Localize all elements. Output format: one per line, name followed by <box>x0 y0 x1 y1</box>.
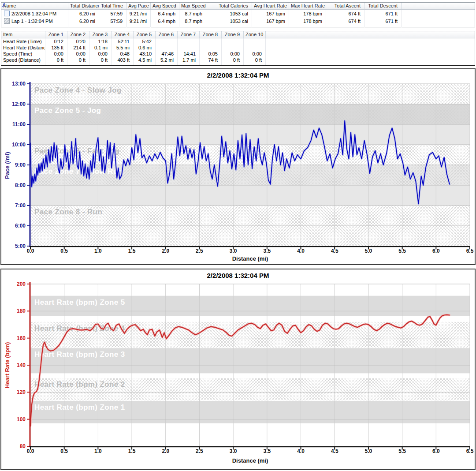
table-cell: 0 ft <box>45 57 67 63</box>
heart-rate-chart-plot[interactable]: Heart Rate (bpm) Zone 5Heart Rate (bpm) … <box>1 269 475 469</box>
x-tick-label: 4.0 <box>297 448 305 454</box>
table-cell-empty <box>289 25 326 27</box>
table-cell: 0 ft <box>67 57 89 63</box>
table-cell-filler <box>266 38 475 45</box>
table-cell: 57:59 <box>99 17 126 25</box>
column-header[interactable]: Total Time <box>99 3 126 9</box>
x-tick-label: 2.0 <box>162 448 169 454</box>
column-header[interactable]: Name <box>1 3 68 9</box>
x-axis-line <box>30 246 470 247</box>
table-cell <box>200 45 222 51</box>
table-cell: 671 ft <box>364 10 402 17</box>
zone-label: Heart Rate (bpm) Zone 2 <box>34 380 125 389</box>
x-tick-label: 6.0 <box>432 448 440 454</box>
table-row[interactable]: Lap 1 - 1:32:04 PM6.20 mi57:599:21 /mi6.… <box>1 17 475 25</box>
table-cell-empty <box>326 25 364 27</box>
table-filler-row <box>1 63 475 65</box>
x-tick-label: 2.5 <box>196 448 203 454</box>
column-header[interactable]: Avg Speed <box>151 3 179 9</box>
x-tick-label: 0.5 <box>60 448 68 454</box>
column-header[interactable]: Item <box>1 31 45 38</box>
column-header[interactable]: Zone 10 <box>244 31 266 38</box>
column-header[interactable]: Total Calories <box>206 3 252 9</box>
table-cell: 1:18 <box>89 38 112 45</box>
table-cell-empty <box>134 63 156 65</box>
table-cell: 5.5 mi <box>112 45 134 51</box>
y-axis-line <box>30 82 31 246</box>
zone-label: Heart Rate (bpm) Zone 3 <box>34 350 125 359</box>
activity-summary-table: NameTotal DistanceTotal TimeAvg PaceAvg … <box>1 2 475 27</box>
column-header[interactable]: Zone 9 <box>222 31 244 38</box>
table-cell: 4.5 mi <box>134 57 156 63</box>
table-row[interactable]: 2/2/2008 1:32:04 PM6.20 mi57:599:21 /mi6… <box>1 10 475 17</box>
y-tick-label: 9:00 <box>15 162 26 168</box>
x-tick-label: 2.5 <box>196 248 203 254</box>
y-tick-label: 13:00 <box>12 81 26 87</box>
table-cell: 6.4 mph <box>151 17 179 25</box>
x-tick-label: 5.0 <box>365 248 372 254</box>
y-tick-label: 200 <box>17 281 26 287</box>
table-cell-empty <box>200 63 222 65</box>
heart-rate-x-axis-title: Distance (mi) <box>30 457 470 464</box>
table-cell: 57:59 <box>99 10 126 17</box>
column-header[interactable]: Total Descent <box>364 3 402 9</box>
table-cell-empty <box>151 25 179 27</box>
column-header[interactable]: Total Ascent <box>326 3 364 9</box>
table-cell <box>222 38 244 45</box>
table-cell: 52:11 <box>112 38 134 45</box>
table-cell: 0:00 <box>89 51 112 57</box>
table-cell-filler <box>266 57 475 63</box>
column-header[interactable]: Total Distance <box>68 3 99 9</box>
table-row[interactable]: Speed (Time)0:000:000:000:4843:1047:4614… <box>1 51 475 57</box>
table-cell: 0:00 <box>222 51 244 57</box>
x-tick-label: 3.0 <box>230 248 237 254</box>
table-row[interactable]: Speed (Distance)0 ft0 ft0 ft403 ft4.5 mi… <box>1 57 475 63</box>
table-cell <box>244 45 266 51</box>
row-label: 2/2/2008 1:32:04 PM <box>11 11 56 16</box>
table-row[interactable]: Heart Rate (Time)0:120:201:1852:115:42 <box>1 38 475 45</box>
x-tick-label: 3.5 <box>264 448 271 454</box>
table-cell: 2/2/2008 1:32:04 PM <box>1 10 68 17</box>
table-cell: 43:10 <box>134 51 156 57</box>
table-cell: Lap 1 - 1:32:04 PM <box>1 17 68 25</box>
table-cell: Speed (Distance) <box>1 57 45 63</box>
column-header[interactable]: Avg Pace <box>126 3 151 9</box>
table-cell: Heart Rate (Time) <box>1 38 45 45</box>
table-cell: 135 ft <box>45 45 67 51</box>
pace-x-axis-title: Distance (mi) <box>30 255 470 262</box>
column-header[interactable]: Zone 6 <box>156 31 178 38</box>
x-tick-label: 3.0 <box>230 448 237 454</box>
column-header[interactable]: Max Speed <box>179 3 206 9</box>
x-tick-label: 6.0 <box>432 248 440 254</box>
x-tick-label: 6.5 <box>466 248 474 254</box>
column-header[interactable]: Zone 4 <box>112 31 134 38</box>
table-cell <box>156 45 178 51</box>
column-header[interactable]: Zone 8 <box>200 31 222 38</box>
table-cell: 0 ft <box>89 57 112 63</box>
table-cell-empty <box>1 63 45 65</box>
y-tick-label: 100 <box>17 416 26 422</box>
column-header[interactable]: Zone 1 <box>45 31 67 38</box>
y-tick-label: 140 <box>17 362 26 368</box>
column-header[interactable]: Zone 2 <box>67 31 89 38</box>
column-header[interactable]: Zone 5 <box>134 31 156 38</box>
table-cell: 178 bpm <box>289 10 326 17</box>
zone-label: Pace Zone 4 - Slow Jog <box>34 86 122 94</box>
table-cell: 1053 cal <box>206 17 252 25</box>
table-cell: 0:00 <box>244 51 266 57</box>
column-header[interactable]: Avg Heart Rate <box>252 3 289 9</box>
lap-icon <box>4 18 10 24</box>
table-cell <box>178 45 200 51</box>
table-cell: 14:41 <box>178 51 200 57</box>
column-header[interactable]: Max Heart Rate <box>289 3 326 9</box>
y-tick-label: 8:00 <box>15 182 26 188</box>
table-cell: 0.6 mi <box>134 45 156 51</box>
table-row[interactable]: Heart Rate (Distance)135 ft214 ft0.1 mi5… <box>1 45 475 51</box>
zone-label: Heart Rate (bpm) Zone 1 <box>34 403 125 411</box>
table-cell-filler <box>266 63 475 65</box>
column-header[interactable]: Zone 3 <box>89 31 112 38</box>
table-cell: 6.20 mi <box>68 17 99 25</box>
table-cell-empty <box>89 63 112 65</box>
pace-chart-plot[interactable]: Pace Zone 4 - Slow JogPace Zone 5 - JogP… <box>1 69 475 264</box>
column-header[interactable]: Zone 7 <box>178 31 200 38</box>
